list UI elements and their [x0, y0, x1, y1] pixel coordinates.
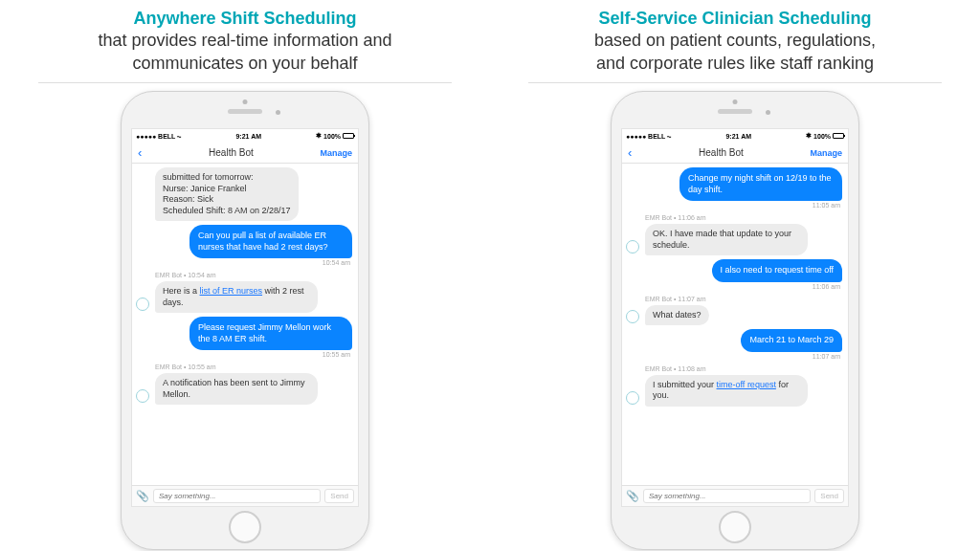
right-divider [528, 82, 942, 83]
bot-message: EMR Bot • 11:06 am OK. I have made that … [628, 214, 842, 255]
timestamp: 11:06 am [628, 283, 840, 292]
left-subtitle-1: that provides real-time information and [98, 30, 391, 52]
user-bubble: March 21 to March 29 [741, 329, 842, 352]
bot-bubble: I submitted your time-off request for yo… [645, 375, 808, 407]
left-screen: ●●●●● BELL ⏦ 9:21 AM ✱ 100% ‹ Health Bot… [131, 128, 359, 507]
camera-dot-icon [766, 110, 770, 115]
user-message: Can you pull a list of available ER nurs… [138, 225, 352, 268]
attachment-icon[interactable]: 📎 [136, 490, 149, 502]
bot-meta: EMR Bot • 11:06 am [645, 214, 842, 223]
text-line: Scheduled Shift: 8 AM on 2/28/17 [163, 206, 291, 217]
chat-scroll[interactable]: Change my night shift on 12/19 to the da… [622, 164, 848, 485]
status-bar: ●●●●● BELL ⏦ 9:21 AM ✱ 100% [622, 129, 848, 143]
text-line: submitted for tomorrow: [163, 172, 291, 184]
sensor-dot-icon [733, 99, 738, 104]
attachment-icon[interactable]: 📎 [626, 490, 639, 502]
user-message: March 21 to March 29 11:07 am [628, 329, 842, 361]
back-button[interactable]: ‹ [628, 146, 632, 159]
clock-label: 9:21 AM [725, 133, 751, 140]
wifi-icon: ⏦ [177, 133, 181, 140]
user-bubble: Can you pull a list of available ER nurs… [189, 225, 352, 258]
bot-message: EMR Bot • 10:54 am Here is a list of ER … [138, 272, 352, 313]
input-bar: 📎 Send [132, 485, 358, 506]
bot-bubble: Here is a list of ER nurses with 2 rest … [155, 281, 318, 313]
user-bubble: Change my night shift on 12/19 to the da… [679, 167, 842, 201]
send-button[interactable]: Send [324, 489, 354, 503]
user-bubble: Please request Jimmy Mellon work the 8 A… [189, 317, 352, 350]
home-button[interactable] [719, 511, 751, 543]
bot-bubble: submitted for tomorrow: Nurse: Janice Fr… [155, 167, 299, 221]
timeoff-request-link[interactable]: time-off request [717, 380, 776, 389]
message-input[interactable] [153, 489, 321, 503]
carrier-label: ●●●●● BELL [136, 133, 175, 140]
bot-bubble: A notification has been sent to Jimmy Me… [155, 373, 318, 405]
bot-meta: EMR Bot • 10:54 am [155, 272, 352, 280]
left-divider [38, 82, 452, 83]
nav-title: Health Bot [209, 147, 254, 158]
nav-title: Health Bot [699, 147, 744, 158]
right-screen: ●●●●● BELL ⏦ 9:21 AM ✱ 100% ‹ Health Bot… [621, 128, 849, 507]
clock-label: 9:21 AM [235, 133, 261, 140]
bot-avatar-icon [136, 298, 149, 311]
user-message: Change my night shift on 12/19 to the da… [628, 167, 842, 210]
battery-icon [343, 133, 354, 139]
chat-scroll[interactable]: submitted for tomorrow: Nurse: Janice Fr… [132, 164, 358, 485]
left-heading: Anywhere Shift Scheduling that provides … [98, 8, 391, 75]
bluetooth-icon: ✱ [806, 132, 812, 140]
timestamp: 10:55 am [138, 351, 350, 360]
user-bubble: I also need to request time off [712, 259, 842, 282]
bot-avatar-icon [626, 310, 639, 323]
left-phone-frame: ●●●●● BELL ⏦ 9:21 AM ✱ 100% ‹ Health Bot… [121, 91, 369, 550]
user-message: Please request Jimmy Mellon work the 8 A… [138, 317, 352, 360]
right-subtitle-1: based on patient counts, regulations, [594, 30, 876, 52]
sensor-dot-icon [243, 99, 248, 104]
bot-message: submitted for tomorrow: Nurse: Janice Fr… [138, 167, 352, 221]
message-input[interactable] [643, 489, 811, 503]
bot-bubble: OK. I have made that update to your sche… [645, 224, 808, 255]
bot-message: EMR Bot • 11:08 am I submitted your time… [628, 365, 842, 407]
timestamp: 11:05 am [628, 202, 840, 210]
battery-label: 100% [813, 133, 831, 140]
right-phone-frame: ●●●●● BELL ⏦ 9:21 AM ✱ 100% ‹ Health Bot… [611, 91, 859, 550]
text-span: I submitted your [653, 380, 717, 389]
wifi-icon: ⏦ [667, 133, 671, 140]
text-span: Here is a [163, 286, 200, 296]
battery-icon [833, 133, 844, 139]
text-line: Nurse: Janice Frankel [163, 184, 291, 195]
left-title: Anywhere Shift Scheduling [133, 9, 356, 28]
left-column: Anywhere Shift Scheduling that provides … [0, 0, 490, 551]
send-button[interactable]: Send [814, 489, 844, 503]
battery-label: 100% [323, 133, 341, 140]
bot-meta: EMR Bot • 11:07 am [645, 296, 842, 304]
bot-message: EMR Bot • 11:07 am What dates? [628, 296, 842, 325]
timestamp: 11:07 am [628, 353, 840, 362]
manage-link[interactable]: Manage [320, 148, 352, 158]
right-column: Self-Service Clinician Scheduling based … [490, 0, 980, 551]
right-subtitle-2: and corporate rules like staff ranking [594, 53, 876, 75]
nav-bar: ‹ Health Bot Manage [622, 143, 848, 164]
nav-bar: ‹ Health Bot Manage [132, 143, 358, 164]
bot-avatar-icon [626, 240, 639, 253]
bot-meta: EMR Bot • 11:08 am [645, 365, 842, 374]
text-line: Reason: Sick [163, 194, 291, 206]
status-bar: ●●●●● BELL ⏦ 9:21 AM ✱ 100% [132, 129, 358, 143]
user-message: I also need to request time off 11:06 am [628, 259, 842, 291]
input-bar: 📎 Send [622, 485, 848, 506]
bot-meta: EMR Bot • 10:55 am [155, 364, 352, 372]
home-button[interactable] [229, 511, 261, 543]
carrier-label: ●●●●● BELL [626, 133, 665, 140]
bluetooth-icon: ✱ [316, 132, 322, 140]
bot-bubble: What dates? [645, 305, 709, 326]
right-title: Self-Service Clinician Scheduling [598, 9, 871, 28]
left-subtitle-2: communicates on your behalf [98, 53, 391, 75]
timestamp: 10:54 am [138, 259, 350, 268]
bot-avatar-icon [626, 391, 639, 405]
back-button[interactable]: ‹ [138, 146, 142, 159]
er-nurses-link[interactable]: list of ER nurses [200, 286, 263, 296]
right-heading: Self-Service Clinician Scheduling based … [594, 8, 876, 75]
manage-link[interactable]: Manage [810, 148, 842, 158]
bot-avatar-icon [136, 389, 149, 403]
camera-dot-icon [276, 110, 280, 115]
bot-message: EMR Bot • 10:55 am A notification has be… [138, 364, 352, 405]
